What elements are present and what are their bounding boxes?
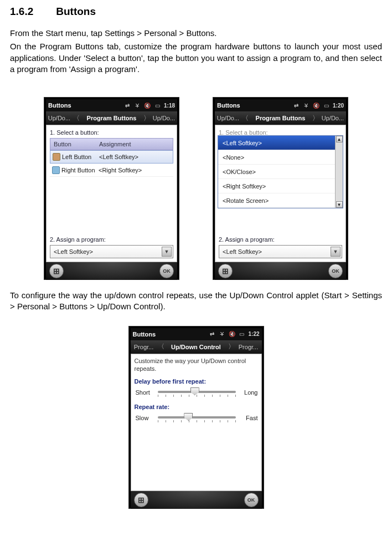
title-bar: Buttons ⇄ Y̶ 🔇 ▭ 1:20 <box>215 99 346 111</box>
rate-slider[interactable] <box>158 412 236 423</box>
start-button[interactable]: ⊞ <box>49 264 64 278</box>
paragraph-3: To configure the way the up/down control… <box>10 290 382 313</box>
tab-right[interactable]: Progr... <box>235 344 262 350</box>
tab-bar[interactable]: Up/Do... 〈 Program Buttons 〉 Up/Do... <box>215 111 346 125</box>
rate-slow-label: Slow <box>136 415 154 421</box>
content-area: 1. Select a button: <Left Softkey> <None… <box>215 125 346 262</box>
tab-left[interactable]: Up/Do... <box>46 115 73 121</box>
tab-left[interactable]: Up/Do... <box>215 115 241 121</box>
section-heading: 1.6.2 Buttons <box>10 6 382 18</box>
paragraph-1: From the Start menu, tap Settings > Pers… <box>10 28 382 39</box>
screenshot-row-2: Buttons ⇄ Y̶ 🔇 ▭ 1:22 Progr... 〈 Up/Down… <box>10 326 382 509</box>
customize-text: Customize the way your Up/Down control r… <box>135 357 258 373</box>
bottom-bar: ⊞ OK <box>131 491 262 509</box>
button-icon <box>52 166 60 174</box>
window-title: Buttons <box>133 331 207 338</box>
connectivity-icon: ⇄ <box>292 101 301 109</box>
delay-label: Delay before first repeat: <box>135 378 258 385</box>
dropdown-option[interactable]: <None> <box>218 150 343 165</box>
row-assignment: <Right Softkey> <box>95 167 173 173</box>
clock-text: 1:18 <box>164 101 175 109</box>
window-title: Buttons <box>48 102 122 109</box>
chevron-right-icon[interactable]: 〉 <box>312 114 319 123</box>
section-title: Buttons <box>56 6 96 17</box>
col-button: Button <box>50 141 96 147</box>
signal-icon: Y̶ <box>302 101 311 109</box>
screenshot-program-buttons-dropdown: Buttons ⇄ Y̶ 🔇 ▭ 1:20 Up/Do... 〈 Program… <box>213 97 348 280</box>
tab-center: Program Buttons <box>249 115 312 121</box>
slider-thumb[interactable] <box>184 413 193 421</box>
col-assignment: Assignment <box>96 141 173 147</box>
battery-icon: ▭ <box>238 330 246 338</box>
window-title: Buttons <box>217 102 291 109</box>
assign-program-label: 2. Assign a program: <box>219 236 275 243</box>
battery-icon: ▭ <box>153 101 162 109</box>
battery-icon: ▭ <box>322 101 331 109</box>
dropdown-arrow-icon[interactable]: ▼ <box>331 247 341 257</box>
dropdown-option[interactable]: <Right Softkey> <box>218 179 343 193</box>
rate-fast-label: Fast <box>239 415 258 421</box>
chevron-left-icon[interactable]: 〈 <box>157 342 165 351</box>
chevron-left-icon[interactable]: 〈 <box>73 114 80 123</box>
assign-program-label: 2. Assign a program: <box>50 236 106 243</box>
dropdown-option[interactable]: <Left Softkey> <box>218 136 343 150</box>
combo-value: <Left Softkey> <box>223 248 262 255</box>
rate-slider-row: Slow Fast <box>135 412 258 423</box>
assign-program-combobox[interactable]: <Left Softkey> ▼ <box>219 245 342 258</box>
dropdown-option[interactable]: <OK/Close> <box>218 165 343 179</box>
rate-label: Repeat rate: <box>135 404 258 410</box>
dropdown-arrow-icon[interactable]: ▼ <box>162 247 172 257</box>
chevron-left-icon[interactable]: 〈 <box>241 114 249 123</box>
row-assignment: <Left Softkey> <box>96 154 173 160</box>
select-button-label: 1. Select a button: <box>50 129 173 136</box>
clock-text: 1:22 <box>248 330 259 338</box>
button-icon <box>53 153 60 161</box>
connectivity-icon: ⇄ <box>123 101 132 109</box>
clock-text: 1:20 <box>333 101 344 109</box>
tab-center: Program Buttons <box>80 115 143 121</box>
chevron-right-icon[interactable]: 〉 <box>228 342 235 351</box>
screenshot-updown-control: Buttons ⇄ Y̶ 🔇 ▭ 1:22 Progr... 〈 Up/Down… <box>128 326 264 509</box>
ok-button[interactable]: OK <box>244 493 259 507</box>
ok-button[interactable]: OK <box>328 264 343 278</box>
table-row[interactable]: Right Button <Right Softkey> <box>50 164 173 177</box>
table-header: Button Assignment <box>50 138 173 150</box>
scroll-up-icon[interactable]: ▲ <box>336 136 343 142</box>
tab-bar[interactable]: Progr... 〈 Up/Down Control 〉 Progr... <box>131 340 262 354</box>
bottom-bar: ⊞ OK <box>46 262 177 280</box>
tab-right[interactable]: Up/Do... <box>319 115 346 121</box>
volume-icon: 🔇 <box>312 101 321 109</box>
ok-button[interactable]: OK <box>159 264 174 278</box>
start-button[interactable]: ⊞ <box>218 264 233 278</box>
combo-value: <Left Softkey> <box>54 248 93 255</box>
connectivity-icon: ⇄ <box>208 330 216 338</box>
dropdown-option[interactable]: <Rotate Screen> <box>218 193 343 208</box>
delay-slider[interactable] <box>158 387 236 398</box>
tab-right[interactable]: Up/Do... <box>151 115 177 121</box>
start-button[interactable]: ⊞ <box>134 493 148 507</box>
delay-long-label: Long <box>239 389 258 396</box>
slider-thumb[interactable] <box>190 387 199 395</box>
content-area: Customize the way your Up/Down control r… <box>131 354 262 491</box>
row-button-name: Left Button <box>62 154 91 160</box>
signal-icon: Y̶ <box>133 101 142 109</box>
chevron-right-icon[interactable]: 〉 <box>143 114 151 123</box>
content-area: 1. Select a button: Button Assignment Le… <box>46 125 177 262</box>
assign-dropdown-list[interactable]: <Left Softkey> <None> <OK/Close> <Right … <box>218 135 343 208</box>
screenshot-row-1: Buttons ⇄ Y̶ 🔇 ▭ 1:18 Up/Do... 〈 Program… <box>10 97 382 280</box>
delay-slider-row: Short Long <box>135 387 258 398</box>
tab-left[interactable]: Progr... <box>131 344 157 350</box>
row-button-name: Right Button <box>61 167 95 173</box>
delay-short-label: Short <box>136 389 154 396</box>
screenshot-program-buttons: Buttons ⇄ Y̶ 🔇 ▭ 1:18 Up/Do... 〈 Program… <box>44 97 179 280</box>
table-row[interactable]: Left Button <Left Softkey> <box>50 150 173 164</box>
title-bar: Buttons ⇄ Y̶ 🔇 ▭ 1:22 <box>131 328 262 340</box>
volume-icon: 🔇 <box>143 101 152 109</box>
signal-icon: Y̶ <box>218 330 226 338</box>
assign-program-combobox[interactable]: <Left Softkey> ▼ <box>50 245 173 258</box>
tab-bar[interactable]: Up/Do... 〈 Program Buttons 〉 Up/Do... <box>46 111 177 125</box>
scroll-down-icon[interactable]: ▼ <box>336 201 343 208</box>
title-bar: Buttons ⇄ Y̶ 🔇 ▭ 1:18 <box>46 99 177 111</box>
scrollbar[interactable]: ▲ ▼ <box>335 136 343 208</box>
section-number: 1.6.2 <box>10 6 53 18</box>
